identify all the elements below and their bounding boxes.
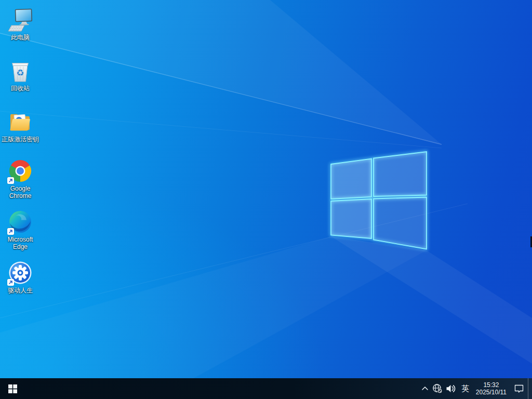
desktop-icon-recycle-bin[interactable]: ♻ 回收站 [1, 58, 40, 92]
show-desktop-button[interactable] [528, 378, 532, 399]
desktop-icon-microsoft-edge[interactable]: Microsoft Edge [1, 209, 40, 250]
desktop-icon-label: Google Chrome [1, 185, 40, 200]
wallpaper-window-logo [0, 0, 532, 399]
desktop-icon-google-chrome[interactable]: Google Chrome [1, 158, 40, 200]
tray-time: 15:32 [476, 381, 507, 389]
network-status-button[interactable] [431, 378, 444, 399]
driver-life-gear-icon [8, 260, 33, 285]
edge-icon [8, 209, 33, 234]
desktop-icon-label: Microsoft Edge [1, 236, 40, 250]
taskbar: 英 15:32 2025/10/11 [0, 378, 532, 399]
desktop-icon-label: 回收站 [11, 85, 30, 92]
start-button[interactable] [0, 378, 25, 399]
speaker-icon [446, 384, 457, 393]
desktop-icon-this-pc[interactable]: 此电脑 [1, 7, 40, 41]
action-center-button[interactable] [510, 378, 528, 399]
chrome-icon [8, 158, 33, 183]
desktop-icon-label: 驱动人生 [8, 287, 33, 294]
taskbar-empty-area [25, 378, 419, 399]
desktop-icon-activation-key-folder[interactable]: 正版激活密钥 [1, 109, 40, 143]
recycle-bin-icon: ♻ [8, 58, 33, 83]
desktop-icon-label: 正版激活密钥 [2, 136, 39, 143]
desktop-icon-driver-life[interactable]: 驱动人生 [1, 260, 40, 294]
shortcut-arrow-icon [7, 228, 14, 235]
desktop-wallpaper [0, 0, 532, 399]
tray-date: 2025/10/11 [476, 389, 507, 396]
windows-logo-icon [8, 384, 17, 393]
shortcut-arrow-icon [7, 177, 14, 184]
hidden-icons-chevron-button[interactable] [419, 378, 431, 399]
desktop-icon-label: 此电脑 [11, 34, 30, 41]
language-label: 英 [461, 384, 469, 394]
clock[interactable]: 15:32 2025/10/11 [472, 378, 510, 399]
ime-language-indicator[interactable]: 英 [459, 378, 472, 399]
volume-button[interactable] [444, 378, 459, 399]
svg-text:♻: ♻ [16, 68, 24, 78]
system-tray: 英 15:32 2025/10/11 [419, 378, 532, 399]
this-pc-icon [8, 7, 33, 32]
shortcut-arrow-icon [7, 279, 14, 286]
chevron-up-icon [421, 384, 429, 393]
notification-bubble-icon [513, 383, 525, 394]
folder-key-icon [8, 109, 33, 134]
globe-no-internet-icon [432, 383, 443, 394]
